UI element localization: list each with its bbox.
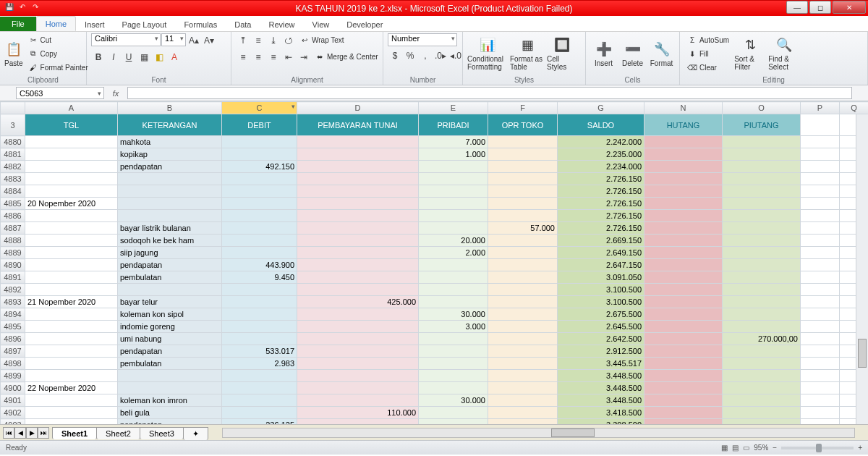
row-header[interactable]: 4887 xyxy=(1,222,25,235)
cell-O4880[interactable] xyxy=(723,136,801,148)
increase-decimal-icon[interactable]: .0▸ xyxy=(433,48,448,63)
cell-D4892[interactable] xyxy=(297,284,419,296)
row-header[interactable]: 4897 xyxy=(1,345,25,358)
cell-A4882[interactable] xyxy=(25,161,118,173)
cell-D4884[interactable] xyxy=(297,185,419,198)
cell-E4884[interactable] xyxy=(419,185,488,198)
decrease-font-icon[interactable]: A▾ xyxy=(202,33,216,48)
cell-G4881[interactable]: 2.235.000 xyxy=(558,148,644,161)
cell-B4897[interactable]: pendapatan xyxy=(118,345,222,358)
col-header-C[interactable]: C xyxy=(222,102,297,114)
cell-F4893[interactable] xyxy=(488,296,558,308)
row-header[interactable]: 4889 xyxy=(1,247,25,259)
cell-C4893[interactable] xyxy=(222,296,297,308)
maximize-button[interactable]: ◻ xyxy=(809,1,831,14)
cell-C4884[interactable] xyxy=(222,185,297,198)
cell-N4885[interactable] xyxy=(644,198,723,210)
cell-B4880[interactable]: mahkota xyxy=(118,136,222,148)
sheet-nav-last-icon[interactable]: ⏭ xyxy=(38,427,49,439)
cell-C4898[interactable]: 2.983 xyxy=(222,358,297,370)
cell-E4901[interactable]: 30.000 xyxy=(419,394,488,407)
undo-icon[interactable]: ↶ xyxy=(17,3,27,13)
cell-G4898[interactable]: 3.445.517 xyxy=(558,358,644,370)
cell-N4881[interactable] xyxy=(644,148,723,161)
cell-E4898[interactable] xyxy=(419,358,488,370)
cell-O4893[interactable] xyxy=(723,296,801,308)
cell-O4903[interactable] xyxy=(723,419,801,425)
italic-button[interactable]: I xyxy=(106,50,121,64)
cell-D4900[interactable] xyxy=(297,382,419,394)
cell-A4891[interactable] xyxy=(25,271,118,284)
cell-C4890[interactable]: 443.900 xyxy=(222,259,297,271)
cell-F4903[interactable] xyxy=(488,419,558,425)
cell-E4886[interactable] xyxy=(419,210,488,222)
format-cells-button[interactable]: 🔧Format xyxy=(648,33,675,74)
cell-A4897[interactable] xyxy=(25,345,118,358)
align-middle-icon[interactable]: ≡ xyxy=(251,33,265,48)
fill-color-button[interactable]: ◧ xyxy=(152,50,166,64)
cell-G4885[interactable]: 2.726.150 xyxy=(558,198,644,210)
cell-F4894[interactable] xyxy=(488,308,558,321)
cell-N4887[interactable] xyxy=(644,222,723,235)
cell-B4881[interactable]: kopikap xyxy=(118,148,222,161)
cell-E4902[interactable] xyxy=(419,407,488,419)
tab-file[interactable]: File xyxy=(0,17,36,31)
row-header[interactable]: 4901 xyxy=(1,394,25,407)
wrap-text-button[interactable]: ↩Wrap Text xyxy=(297,33,347,46)
cell-P4888[interactable] xyxy=(801,235,840,247)
comma-icon[interactable]: , xyxy=(418,48,433,63)
decrease-indent-icon[interactable]: ⇤ xyxy=(281,50,296,64)
cell-N4892[interactable] xyxy=(644,284,723,296)
cell-C4903[interactable]: 236.125 xyxy=(222,419,297,425)
format-painter-button[interactable]: 🖌Format Painter xyxy=(25,61,91,74)
cell-N4891[interactable] xyxy=(644,271,723,284)
border-button[interactable]: ▦ xyxy=(137,50,151,64)
cell-C4880[interactable] xyxy=(222,136,297,148)
cell-P4895[interactable] xyxy=(801,321,840,333)
font-size-select[interactable]: 11 xyxy=(161,33,186,46)
view-pagebreak-icon[interactable]: ▭ xyxy=(743,444,749,452)
horizontal-scrollbar[interactable] xyxy=(222,428,855,438)
col-header-O[interactable]: O xyxy=(723,102,801,114)
cell-F4896[interactable] xyxy=(488,333,558,345)
cell-B4898[interactable]: pembulatan xyxy=(118,358,222,370)
cell-F4885[interactable] xyxy=(488,198,558,210)
cell-G4884[interactable]: 2.726.150 xyxy=(558,185,644,198)
cell-P4892[interactable] xyxy=(801,284,840,296)
zoom-in-button[interactable]: + xyxy=(858,444,862,452)
sort-filter-button[interactable]: ⇅Sort & Filter xyxy=(734,33,766,74)
tab-formulas[interactable]: Formulas xyxy=(175,17,226,31)
cell-A4902[interactable] xyxy=(25,407,118,419)
cell-A4900[interactable]: 22 Nopember 2020 xyxy=(25,382,118,394)
cell-D4886[interactable] xyxy=(297,210,419,222)
cell-E4892[interactable] xyxy=(419,284,488,296)
row-header[interactable]: 4890 xyxy=(1,259,25,271)
merge-center-button[interactable]: ⬌Merge & Center xyxy=(312,50,381,63)
cell-E4893[interactable] xyxy=(419,296,488,308)
align-center-icon[interactable]: ≡ xyxy=(251,50,265,64)
cell-D4894[interactable] xyxy=(297,308,419,321)
cell-C4892[interactable] xyxy=(222,284,297,296)
cell-O4898[interactable] xyxy=(723,358,801,370)
cell-B4894[interactable]: koleman kon sipol xyxy=(118,308,222,321)
cell-P4898[interactable] xyxy=(801,358,840,370)
cell-D4891[interactable] xyxy=(297,271,419,284)
view-normal-icon[interactable]: ▦ xyxy=(721,444,728,452)
cell-O4883[interactable] xyxy=(723,173,801,185)
cell-A4901[interactable] xyxy=(25,394,118,407)
cell-G4886[interactable]: 2.726.150 xyxy=(558,210,644,222)
view-layout-icon[interactable]: ▤ xyxy=(732,444,739,452)
cell-B4889[interactable]: siip jagung xyxy=(118,247,222,259)
cell-B4883[interactable] xyxy=(118,173,222,185)
cell-A4889[interactable] xyxy=(25,247,118,259)
cell[interactable] xyxy=(801,114,840,136)
underline-button[interactable]: U xyxy=(122,50,136,64)
conditional-formatting-button[interactable]: 📊Conditional Formatting xyxy=(467,33,508,74)
cell-P4880[interactable] xyxy=(801,136,840,148)
row-header[interactable]: 4891 xyxy=(1,271,25,284)
cell-E4882[interactable] xyxy=(419,161,488,173)
cell-P4897[interactable] xyxy=(801,345,840,358)
row-header[interactable]: 4903 xyxy=(1,419,25,425)
cell-O4881[interactable] xyxy=(723,148,801,161)
cell-E4897[interactable] xyxy=(419,345,488,358)
